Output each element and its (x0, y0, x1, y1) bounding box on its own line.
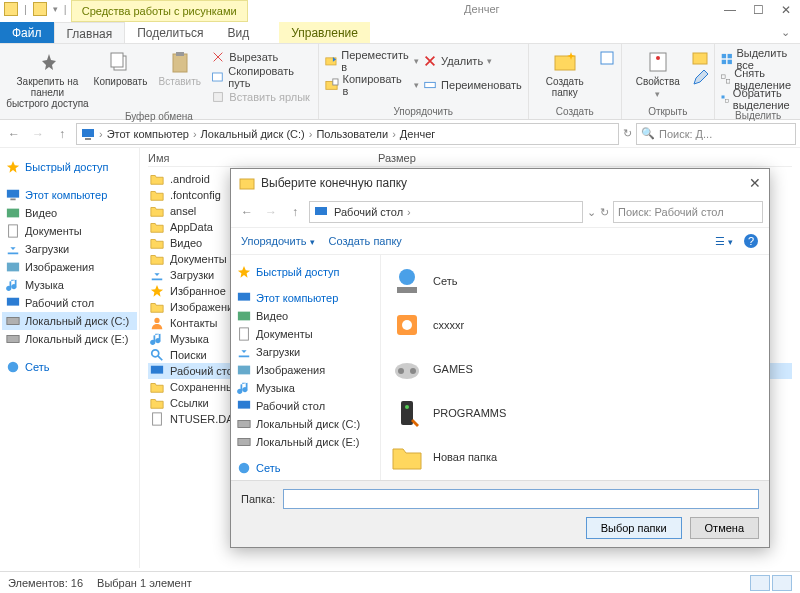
qat-item-icon[interactable] (33, 2, 47, 16)
dialog-bottom: Папка: Выбор папки Отмена (231, 480, 769, 547)
context-tab: Средства работы с рисунками (71, 0, 248, 22)
address-path[interactable]: › Этот компьютер› Локальный диск (C:)› П… (76, 123, 619, 145)
new-folder-button[interactable]: Создать папку (535, 46, 595, 98)
paste-shortcut-button[interactable]: Вставить ярлык (211, 88, 311, 106)
col-name[interactable]: Имя (148, 152, 328, 164)
dialog-new-folder-button[interactable]: Создать папку (329, 235, 402, 247)
dialog-body: Быстрый доступ Этот компьютер Видео Доку… (231, 255, 769, 480)
copy-to-button[interactable]: Копировать в▾ (325, 76, 419, 94)
file-name: Музыка (170, 333, 209, 345)
svg-rect-27 (7, 209, 19, 218)
nav-disk-e[interactable]: Локальный диск (E:) (2, 330, 137, 348)
delete-button[interactable]: Удалить▾ (423, 52, 522, 70)
up-button[interactable]: ↑ (52, 124, 72, 144)
dlg-nav-docs[interactable]: Документы (233, 325, 378, 343)
item-label: Сеть (433, 275, 457, 287)
nav-disk-c[interactable]: Локальный диск (C:) (2, 312, 137, 330)
dialog-list-item[interactable]: cxxxxr (389, 303, 761, 347)
pc-icon (81, 127, 95, 141)
tab-view[interactable]: Вид (215, 22, 261, 43)
dialog-view-button[interactable]: ☰ ▾ (715, 235, 733, 248)
dialog-back-button[interactable]: ← (237, 202, 257, 222)
dialog-up-button[interactable]: ↑ (285, 202, 305, 222)
open-icon[interactable] (692, 50, 708, 66)
file-name: AppData (170, 221, 213, 233)
dialog-path[interactable]: Рабочий стол › (309, 201, 583, 223)
close-button[interactable]: ✕ (772, 0, 800, 20)
pin-button[interactable]: Закрепить на панели быстрого доступа (6, 46, 89, 109)
nav-documents[interactable]: Документы (2, 222, 137, 240)
ribbon-collapse-icon[interactable]: ⌄ (771, 22, 800, 43)
qat-dropdown-icon[interactable]: ▾ (53, 4, 58, 14)
dlg-nav-videos[interactable]: Видео (233, 307, 378, 325)
svg-rect-47 (238, 421, 250, 428)
dialog-refresh-icon[interactable]: ↻ (600, 206, 609, 219)
new-item-icon[interactable] (599, 50, 615, 66)
rename-button[interactable]: Переименовать (423, 76, 522, 94)
svg-rect-3 (176, 52, 184, 56)
nav-network[interactable]: Сеть (2, 358, 137, 376)
tab-file[interactable]: Файл (0, 22, 54, 43)
dlg-nav-desktop[interactable]: Рабочий стол (233, 397, 378, 415)
paste-button[interactable]: Вставить (152, 46, 207, 87)
dialog-list-item[interactable]: Сеть (389, 259, 761, 303)
tab-home[interactable]: Главная (54, 22, 126, 43)
nav-downloads[interactable]: Загрузки (2, 240, 137, 258)
cut-button[interactable]: Вырезать (211, 48, 311, 66)
nav-quick-access[interactable]: Быстрый доступ (2, 158, 137, 176)
minimize-button[interactable]: — (716, 0, 744, 20)
tab-manage[interactable]: Управление (279, 22, 370, 43)
tab-share[interactable]: Поделиться (125, 22, 215, 43)
svg-point-58 (405, 405, 409, 409)
select-folder-button[interactable]: Выбор папки (586, 517, 682, 539)
svg-rect-11 (601, 52, 613, 64)
svg-rect-24 (85, 138, 91, 140)
nav-videos[interactable]: Видео (2, 204, 137, 222)
nav-this-pc[interactable]: Этот компьютер (2, 186, 137, 204)
item-label: cxxxxr (433, 319, 464, 331)
copy-button[interactable]: Копировать (93, 46, 148, 87)
file-name: .fontconfig (170, 189, 221, 201)
dlg-nav-downloads[interactable]: Загрузки (233, 343, 378, 361)
select-all-button[interactable]: Выделить все (721, 50, 796, 68)
dlg-nav-network[interactable]: Сеть (233, 459, 378, 477)
dialog-list-item[interactable]: PROGRAMMS (389, 391, 761, 435)
dialog-organize-button[interactable]: Упорядочить ▾ (241, 235, 315, 247)
copy-path-button[interactable]: Скопировать путь (211, 68, 311, 86)
forward-button[interactable]: → (28, 124, 48, 144)
maximize-button[interactable]: ☐ (744, 0, 772, 20)
column-headers[interactable]: Имя Размер (148, 152, 792, 167)
help-icon[interactable]: ? (743, 233, 759, 249)
dialog-close-button[interactable]: ✕ (749, 175, 761, 191)
nav-pictures[interactable]: Изображения (2, 258, 137, 276)
nav-desktop[interactable]: Рабочий стол (2, 294, 137, 312)
properties-button[interactable]: Свойства ▾ (628, 46, 688, 99)
dialog-list-item[interactable]: Новая папка (389, 435, 761, 479)
view-icons-button[interactable] (772, 575, 792, 591)
dlg-nav-quick[interactable]: Быстрый доступ (233, 263, 378, 281)
dialog-nav-pane: Быстрый доступ Этот компьютер Видео Доку… (231, 255, 381, 480)
invert-selection-button[interactable]: Обратить выделение (721, 90, 796, 108)
svg-rect-9 (425, 82, 436, 87)
nav-music[interactable]: Музыка (2, 276, 137, 294)
dialog-list-item[interactable]: GAMES (389, 347, 761, 391)
edit-icon[interactable] (692, 70, 708, 86)
dlg-nav-music[interactable]: Музыка (233, 379, 378, 397)
dlg-nav-diske[interactable]: Локальный диск (E:) (233, 433, 378, 451)
dialog-forward-button[interactable]: → (261, 202, 281, 222)
select-none-button[interactable]: Снять выделение (721, 70, 796, 88)
dlg-nav-thispc[interactable]: Этот компьютер (233, 289, 378, 307)
refresh-icon[interactable]: ↻ (623, 127, 632, 140)
search-input[interactable]: 🔍 Поиск: Д... (636, 123, 796, 145)
move-to-button[interactable]: Переместить в▾ (325, 52, 419, 70)
svg-rect-43 (238, 312, 250, 321)
dlg-nav-pictures[interactable]: Изображения (233, 361, 378, 379)
cancel-button[interactable]: Отмена (690, 517, 759, 539)
dialog-search-input[interactable]: Поиск: Рабочий стол (613, 201, 763, 223)
dlg-nav-diskc[interactable]: Локальный диск (C:) (233, 415, 378, 433)
svg-point-53 (402, 320, 412, 330)
col-size[interactable]: Размер (378, 152, 416, 164)
back-button[interactable]: ← (4, 124, 24, 144)
folder-name-input[interactable] (283, 489, 759, 509)
view-details-button[interactable] (750, 575, 770, 591)
